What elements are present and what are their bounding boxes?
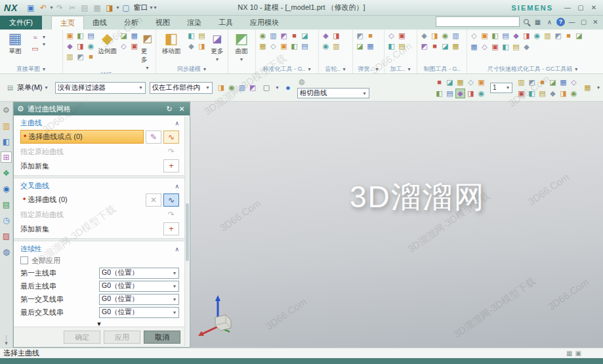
rectangle-select-icon[interactable]: ▢ [262, 83, 272, 92]
ribbon-tool-icon[interactable]: ■ [564, 31, 573, 41]
ribbon-tool-icon[interactable]: ◨ [197, 41, 207, 51]
ribbon-tool-icon[interactable]: ■ [289, 31, 299, 41]
sketch-button[interactable]: ▦ 草图 [2, 31, 28, 56]
navigator-gear-icon[interactable]: ⚙ [1, 104, 12, 115]
menu-button[interactable]: ▤ 菜单(M) ▾ [3, 81, 51, 94]
window-menu[interactable]: 窗口 [133, 3, 148, 12]
ribbon-tool-icon[interactable]: ▤ [300, 41, 310, 51]
history-icon[interactable]: ◷ [1, 214, 12, 226]
group-dropdown-caret[interactable]: ▾ [203, 66, 206, 72]
select-mode-caret[interactable]: ▾ [276, 85, 279, 91]
origin-curve-icon[interactable]: ↷ [163, 145, 179, 158]
dialog-reset-icon[interactable]: ↻ [165, 105, 174, 113]
ribbon-tool-icon[interactable]: ▦ [558, 77, 568, 87]
quick-access-overflow-caret[interactable]: ▾ [154, 5, 157, 10]
ribbon-tool-icon[interactable]: ■ [365, 31, 375, 41]
cut-icon[interactable]: ✂ [66, 2, 77, 13]
ribbon-tool-icon[interactable]: ◆ [65, 41, 75, 51]
minimize-ribbon-icon[interactable]: ∧ [545, 17, 554, 27]
tab-主页[interactable]: 主页 [51, 16, 84, 30]
part-minimize-icon[interactable]: — [567, 17, 577, 27]
ribbon-tool-icon[interactable]: ▤ [86, 31, 96, 41]
ribbon-tool-icon[interactable]: ◪ [119, 31, 129, 41]
collapse-chevron-icon[interactable]: ∧ [175, 120, 179, 127]
ribbon-tool-icon[interactable]: ▦ [455, 77, 465, 87]
ribbon-tool-icon[interactable]: ▥ [543, 31, 552, 41]
ribbon-tool-icon[interactable]: ▥ [451, 31, 461, 41]
screen-layout-icon[interactable]: ▦ [533, 17, 543, 27]
ribbon-tool-icon[interactable]: ◪ [300, 31, 310, 41]
ribbon-tool-icon[interactable]: ▦ [365, 41, 375, 51]
ribbon-tool-icon[interactable]: ◩ [75, 52, 85, 62]
apply-button[interactable]: 应用 [104, 331, 140, 344]
process-palette-icon[interactable]: ▨ [1, 230, 12, 241]
ribbon-tool-icon[interactable]: ◉ [258, 31, 268, 41]
ribbon-tool-icon[interactable]: ◉ [569, 89, 579, 98]
ribbon-tool-icon[interactable]: ▥ [516, 77, 526, 87]
ribbon-tool-icon[interactable]: ▤ [537, 89, 547, 98]
ribbon-tool-icon[interactable]: ◧ [490, 31, 500, 41]
ribbon-tool-icon[interactable]: ◪ [440, 41, 450, 51]
ribbon-tool-icon[interactable]: ▤ [501, 31, 510, 41]
ribbon-tool-icon[interactable]: ◇ [466, 77, 476, 87]
ribbon-tool-icon[interactable]: ◇ [469, 31, 479, 41]
dialog-header[interactable]: ⚙ 通过曲线网格 ↻ ✕ [14, 102, 190, 115]
status-grid-icon[interactable]: ▦ [566, 350, 572, 357]
continuity-combo[interactable]: G0（位置）▾ [99, 281, 179, 292]
ribbon-tool-icon[interactable]: ◇ [386, 31, 396, 41]
ribbon-tool-icon[interactable]: ◆ [548, 89, 558, 98]
window-split-icon[interactable]: ▦ [583, 83, 593, 92]
group-dropdown-caret[interactable]: ▾ [343, 66, 346, 72]
ribbon-tool-icon[interactable]: ◩ [279, 31, 289, 41]
ribbon-tool-icon[interactable]: ▥ [238, 83, 247, 92]
ribbon-tool-icon[interactable]: ▤ [197, 31, 207, 41]
origin-curve-icon[interactable]: ↷ [163, 208, 179, 221]
select-curve-row[interactable]: * 选择曲线 (0) [20, 193, 144, 207]
paste-icon[interactable]: ▦ [91, 2, 102, 13]
ribbon-tool-icon[interactable]: ◧ [186, 31, 196, 41]
curve-rule-combo[interactable]: 相切曲线▾ [297, 88, 369, 98]
tab-视图[interactable]: 视图 [147, 16, 178, 30]
edge-blend-button[interactable]: ◆ 边倒圆 [98, 31, 117, 56]
ribbon-tool-icon[interactable]: ◪ [355, 41, 365, 51]
touch-mode-icon[interactable]: ◨ [104, 2, 115, 13]
ribbon-tool-icon[interactable]: ▦ [258, 41, 268, 51]
dialog-close-icon[interactable]: ✕ [177, 105, 186, 113]
ribbon-tool-icon[interactable]: ■ [537, 77, 547, 87]
feature-more-button[interactable]: ◩ 更多 ▾ [141, 31, 154, 71]
status-window-icon[interactable]: ▣ [575, 350, 581, 357]
ribbon-tool-icon[interactable]: ◩ [553, 31, 563, 41]
ribbon-tool-icon[interactable]: ◩ [527, 77, 537, 87]
ok-button[interactable]: 确定 [64, 331, 100, 344]
tab-分析[interactable]: 分析 [115, 16, 147, 30]
ribbon-tool-icon[interactable]: ◆ [321, 31, 331, 41]
help-icon[interactable]: ? [556, 18, 565, 26]
redo-icon[interactable]: ↷ [54, 2, 65, 13]
reuse-library-icon[interactable]: ❖ [1, 167, 12, 178]
ribbon-tool-icon[interactable]: ◩ [419, 41, 429, 51]
constraint-navigator-icon[interactable]: ◧ [1, 136, 12, 147]
collapse-chevron-icon[interactable]: ∧ [175, 246, 179, 253]
ribbon-tool-icon[interactable]: ◧ [289, 41, 299, 51]
shaded-view-icon[interactable]: ● [283, 83, 293, 92]
move-face-button[interactable]: ◧ 移动面 [158, 31, 184, 56]
ribbon-tool-icon[interactable]: ◪ [445, 77, 455, 87]
group-dropdown-caret[interactable]: ▾ [308, 66, 310, 72]
add-new-set-button[interactable]: + [163, 222, 179, 235]
ribbon-tool-icon[interactable]: ◆ [511, 31, 521, 41]
continuity-combo[interactable]: G0（位置）▾ [99, 268, 179, 279]
minimize-button[interactable]: — [562, 3, 573, 12]
ribbon-tool-icon[interactable]: ◇ [569, 77, 579, 87]
ribbon-tool-icon[interactable]: ◨ [75, 41, 85, 51]
group-dropdown-caret[interactable]: ▾ [575, 66, 577, 72]
ribbon-tool-icon[interactable]: ◉ [476, 89, 486, 98]
close-button[interactable]: ✕ [589, 3, 599, 12]
undo-icon[interactable]: ↶ [37, 2, 49, 13]
ribbon-tool-icon[interactable]: ◇ [268, 41, 278, 51]
ribbon-tool-icon[interactable]: ◧ [501, 42, 510, 52]
ribbon-tool-icon[interactable]: ▦ [451, 41, 461, 51]
ribbon-tool-icon[interactable]: ▣ [476, 77, 486, 87]
sketch-rect-icon[interactable]: ▭ [30, 44, 40, 54]
ribbon-tool-icon[interactable]: ◧ [75, 31, 85, 41]
cancel-button[interactable]: 取消 [144, 331, 180, 344]
